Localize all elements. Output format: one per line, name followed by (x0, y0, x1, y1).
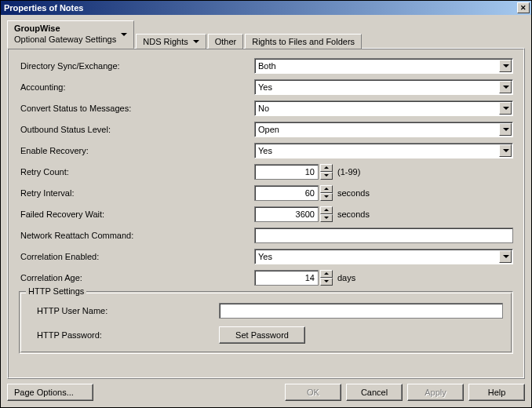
label-retry-count: Retry Count: (19, 167, 254, 177)
label-correlation-enabled: Correlation Enabled: (19, 252, 254, 261)
chevron-down-icon[interactable] (499, 144, 512, 157)
spinner-down-icon[interactable] (320, 214, 333, 222)
select-convert-status[interactable]: No (254, 100, 513, 116)
group-http-settings: HTTP Settings HTTP User Name: HTTP Passw… (19, 291, 513, 354)
suffix-retry-interval: seconds (337, 188, 370, 198)
chevron-down-icon[interactable] (499, 60, 512, 72)
apply-button[interactable]: Apply (407, 384, 464, 401)
titlebar: Properties of Notes ✕ (1, 1, 531, 15)
tab-rights-label: Rights to Files and Folders (252, 37, 355, 46)
input-http-user[interactable] (219, 303, 503, 319)
select-correlation-enabled[interactable]: Yes (254, 249, 513, 264)
help-button[interactable]: Help (468, 384, 525, 401)
label-outbound-status: Outbound Status Level: (19, 125, 254, 134)
chevron-down-icon[interactable] (499, 250, 512, 263)
chevron-down-icon (121, 33, 127, 36)
tab-rights-files[interactable]: Rights to Files and Folders (245, 34, 362, 49)
spinner-failed-recovery[interactable] (320, 206, 333, 222)
spinner-retry-interval[interactable] (320, 185, 333, 201)
dialog-footer: Page Options... OK Cancel Apply Help (1, 379, 531, 407)
select-enable-recovery[interactable]: Yes (254, 143, 513, 158)
ok-button[interactable]: OK (285, 384, 341, 401)
select-convert-status-value: No (258, 104, 269, 113)
set-password-button[interactable]: Set Password (219, 326, 305, 344)
label-accounting: Accounting: (19, 82, 254, 92)
select-dir-sync-value: Both (258, 61, 276, 71)
spinner-down-icon[interactable] (320, 172, 333, 180)
select-accounting[interactable]: Yes (254, 79, 513, 95)
window-title: Properties of Notes (4, 3, 83, 13)
chevron-down-icon (193, 40, 199, 43)
spinner-up-icon[interactable] (320, 185, 333, 193)
input-failed-recovery[interactable]: 3600 (254, 206, 319, 222)
label-failed-recovery: Failed Recovery Wait: (19, 209, 254, 219)
tab-groupwise-label: GroupWise (14, 24, 60, 33)
input-retry-interval[interactable]: 60 (254, 185, 319, 201)
spinner-retry-count[interactable] (320, 164, 333, 180)
spinner-down-icon[interactable] (320, 193, 333, 201)
chevron-down-icon[interactable] (499, 102, 512, 115)
page-options-button[interactable]: Page Options... (7, 384, 93, 401)
chevron-down-icon[interactable] (499, 123, 512, 136)
suffix-retry-count: (1-99) (337, 167, 360, 177)
label-dir-sync: Directory Sync/Exchange: (19, 61, 254, 71)
tab-nds-label: NDS Rights (143, 37, 188, 46)
select-outbound-status[interactable]: Open (254, 122, 513, 137)
suffix-correlation-age: days (337, 273, 355, 282)
input-retry-count[interactable]: 10 (254, 164, 319, 180)
select-dir-sync[interactable]: Both (254, 58, 513, 74)
spinner-correlation-age[interactable] (320, 270, 333, 286)
group-title-http: HTTP Settings (26, 286, 86, 296)
cancel-button[interactable]: Cancel (346, 384, 403, 401)
tab-strip: GroupWise Optional Gateway Settings NDS … (7, 20, 525, 48)
tab-groupwise[interactable]: GroupWise Optional Gateway Settings (7, 20, 134, 49)
label-enable-recovery: Enable Recovery: (19, 146, 254, 155)
label-network-reattach: Network Reattach Command: (19, 231, 254, 240)
spinner-up-icon[interactable] (320, 164, 333, 172)
select-accounting-value: Yes (258, 82, 272, 92)
input-correlation-age[interactable]: 14 (254, 270, 319, 286)
tab-nds-rights[interactable]: NDS Rights (136, 34, 206, 49)
tab-groupwise-sub: Optional Gateway Settings (14, 35, 116, 46)
label-http-password: HTTP Password: (29, 330, 219, 340)
tab-other-label: Other (215, 37, 237, 46)
spinner-down-icon[interactable] (320, 278, 333, 286)
close-icon[interactable]: ✕ (517, 2, 530, 13)
label-convert-status: Convert Status to Messages: (19, 104, 254, 113)
spinner-up-icon[interactable] (320, 270, 333, 278)
dialog-window: Properties of Notes ✕ GroupWise Optional… (0, 0, 532, 408)
label-correlation-age: Correlation Age: (19, 273, 254, 282)
spinner-up-icon[interactable] (320, 206, 333, 214)
tab-panel: Directory Sync/Exchange: Both Accounting… (7, 48, 525, 380)
label-http-user: HTTP User Name: (29, 306, 219, 315)
chevron-down-icon[interactable] (499, 81, 512, 93)
select-correlation-enabled-value: Yes (258, 252, 272, 261)
suffix-failed-recovery: seconds (337, 209, 370, 219)
select-outbound-status-value: Open (258, 125, 279, 134)
label-retry-interval: Retry Interval: (19, 188, 254, 198)
tab-other[interactable]: Other (208, 34, 244, 49)
select-enable-recovery-value: Yes (258, 146, 272, 155)
input-network-reattach[interactable] (254, 228, 513, 243)
